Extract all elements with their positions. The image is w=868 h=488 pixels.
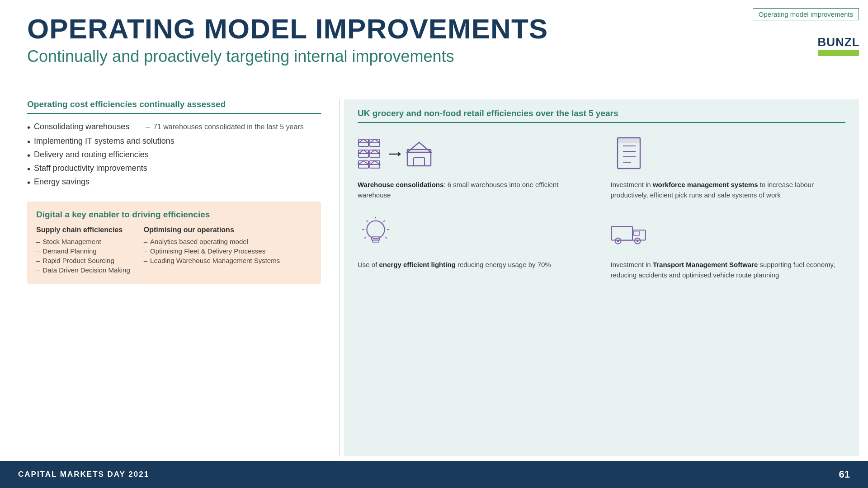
- large-warehouse-icon: [406, 141, 433, 168]
- col1-heading: Supply chain efficiencies: [36, 226, 130, 234]
- right-grid: Warehouse consolidations: 6 small wareho…: [358, 134, 845, 280]
- sub-bullet-list: 71 warehouses consolidated in the last 5…: [146, 123, 304, 132]
- digital-columns: Supply chain efficiencies Stock Manageme…: [36, 226, 312, 276]
- list-item: Leading Warehouse Management Systems: [144, 257, 280, 264]
- lightbulb-icon: [358, 216, 394, 252]
- list-item: Optimising Fleet & Delivery Processes: [144, 247, 280, 255]
- sub-list-item: 71 warehouses consolidated in the last 5…: [146, 123, 304, 131]
- grid-item-energy: Use of energy efficient lighting reducin…: [358, 214, 593, 280]
- list-item: Demand Planning: [36, 247, 130, 255]
- digital-col-2: Optimising our operations Analytics base…: [144, 226, 280, 276]
- page-subtitle: Continually and proactively targeting in…: [27, 47, 548, 66]
- list-item: Energy savings: [27, 177, 321, 188]
- svg-marker-1: [359, 139, 368, 143]
- checklist-icon-area: [611, 134, 647, 174]
- list-item: Staff productivity improvements: [27, 164, 321, 174]
- svg-marker-11: [370, 161, 380, 164]
- main-title-block: OPERATING MODEL IMPROVEMENTS Continually…: [27, 14, 548, 66]
- svg-marker-9: [359, 161, 368, 164]
- digital-col-1: Supply chain efficiencies Stock Manageme…: [36, 226, 130, 276]
- left-section-title: Operating cost efficiencies continually …: [27, 99, 321, 114]
- list-item: Consolidating warehouses 71 warehouses c…: [27, 122, 321, 134]
- logo-green-bar: [818, 50, 859, 56]
- svg-line-31: [364, 237, 366, 239]
- logo: BUNZL: [818, 33, 859, 60]
- col1-list: Stock Management Demand Planning Rapid P…: [36, 238, 130, 274]
- page-title: OPERATING MODEL IMPROVEMENTS: [27, 14, 548, 44]
- transport-text: Investment in Transport Management Softw…: [611, 260, 846, 280]
- col2-list: Analytics based operating model Optimisi…: [144, 238, 280, 264]
- arrow-icon: [388, 150, 402, 159]
- warehouse-text: Warehouse consolidations: 6 small wareho…: [358, 180, 593, 200]
- svg-line-32: [385, 237, 387, 239]
- svg-marker-5: [359, 150, 368, 154]
- list-item: Analytics based operating model: [144, 238, 280, 245]
- lightbulb-icon-area: [358, 214, 394, 254]
- top-tag: Operating model improvements: [753, 8, 859, 20]
- list-item: Implementing IT systems and solutions: [27, 136, 321, 147]
- footer-label: CAPITAL MARKETS DAY 2021: [18, 470, 149, 479]
- grid-item-workforce: Investment in workforce management syste…: [611, 134, 846, 200]
- grid-item-warehouse: Warehouse consolidations: 6 small wareho…: [358, 134, 593, 200]
- grid-item-transport: Investment in Transport Management Softw…: [611, 214, 846, 280]
- svg-rect-33: [611, 226, 632, 240]
- vertical-divider: [339, 99, 340, 456]
- list-item: Stock Management: [36, 238, 130, 245]
- svg-line-29: [367, 221, 368, 222]
- list-item: Data Driven Decision Making: [36, 266, 130, 274]
- left-panel: Operating cost efficiencies continually …: [27, 99, 335, 456]
- svg-point-37: [617, 240, 619, 242]
- energy-text: Use of energy efficient lighting reducin…: [358, 260, 551, 270]
- svg-point-39: [636, 240, 638, 242]
- checklist-icon: [611, 136, 647, 172]
- svg-marker-13: [398, 152, 401, 156]
- truck-icon-area: [611, 214, 647, 254]
- bullet-list: Consolidating warehouses 71 warehouses c…: [27, 122, 321, 188]
- content-area: Operating cost efficiencies continually …: [27, 99, 859, 456]
- logo-text: BUNZL: [817, 36, 859, 48]
- svg-point-23: [367, 221, 384, 239]
- list-item: Rapid Product Sourcing: [36, 257, 130, 264]
- right-panel: UK grocery and non-food retail efficienc…: [344, 99, 859, 456]
- truck-icon: [611, 216, 647, 252]
- svg-rect-22: [618, 138, 640, 143]
- workforce-text: Investment in workforce management syste…: [611, 180, 846, 200]
- svg-rect-25: [373, 240, 379, 242]
- svg-marker-15: [407, 142, 431, 152]
- col2-heading: Optimising our operations: [144, 226, 280, 234]
- list-item: Delivery and routing efficiencies: [27, 150, 321, 161]
- right-section-title: UK grocery and non-food retail efficienc…: [358, 108, 845, 123]
- svg-rect-16: [414, 158, 425, 166]
- svg-marker-3: [370, 139, 380, 143]
- digital-box-title: Digital a key enabler to driving efficie…: [36, 210, 312, 220]
- svg-line-30: [383, 221, 385, 222]
- svg-rect-35: [633, 231, 639, 236]
- digital-box: Digital a key enabler to driving efficie…: [27, 202, 321, 284]
- footer-page: 61: [839, 469, 850, 480]
- svg-marker-7: [370, 150, 380, 154]
- footer: CAPITAL MARKETS DAY 2021 61: [0, 461, 868, 488]
- warehouse-icon-group: [358, 134, 433, 174]
- small-warehouses-icon: [358, 138, 385, 170]
